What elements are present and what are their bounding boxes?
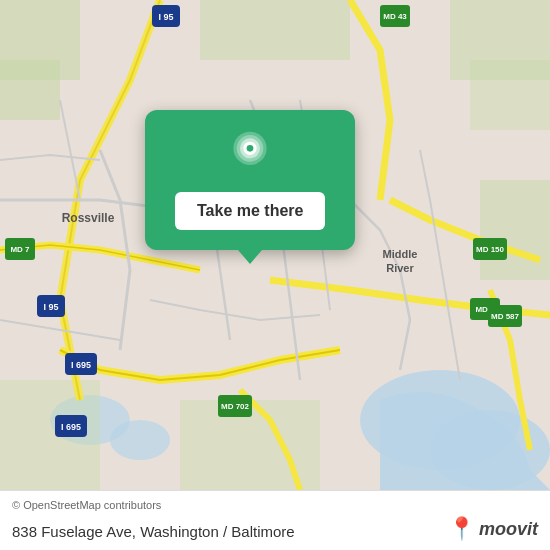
popup-card: Take me there bbox=[145, 110, 355, 250]
copyright-text: © OpenStreetMap contributors bbox=[12, 499, 161, 511]
moovit-pin-icon: 📍 bbox=[448, 516, 475, 542]
svg-text:MD 7: MD 7 bbox=[10, 245, 30, 254]
popup-tail bbox=[238, 250, 262, 264]
svg-text:MD 702: MD 702 bbox=[221, 402, 250, 411]
moovit-brand-text: moovit bbox=[479, 519, 538, 540]
svg-text:MD 587: MD 587 bbox=[491, 312, 520, 321]
svg-text:MD 43: MD 43 bbox=[383, 12, 407, 21]
svg-text:Middle: Middle bbox=[383, 248, 418, 260]
svg-text:I 695: I 695 bbox=[71, 360, 91, 370]
map-container: I 95 I 95 I 695 I 695 MD 7 MD 7 MD 43 MD… bbox=[0, 0, 550, 490]
svg-text:I 95: I 95 bbox=[43, 302, 58, 312]
svg-text:MD 150: MD 150 bbox=[476, 245, 505, 254]
moovit-logo: 📍 moovit bbox=[448, 516, 538, 542]
svg-text:River: River bbox=[386, 262, 414, 274]
address-text: 838 Fuselage Ave, Washington / Baltimore bbox=[12, 523, 295, 540]
svg-text:I 695: I 695 bbox=[61, 422, 81, 432]
location-pin-icon bbox=[225, 130, 275, 180]
svg-point-32 bbox=[247, 145, 254, 152]
popup-overlay: Take me there bbox=[145, 110, 355, 264]
take-me-there-button[interactable]: Take me there bbox=[175, 192, 325, 230]
svg-text:Rossville: Rossville bbox=[62, 211, 115, 225]
svg-point-4 bbox=[110, 420, 170, 460]
bottom-bar: © OpenStreetMap contributors 838 Fuselag… bbox=[0, 490, 550, 550]
svg-text:I 95: I 95 bbox=[158, 12, 173, 22]
